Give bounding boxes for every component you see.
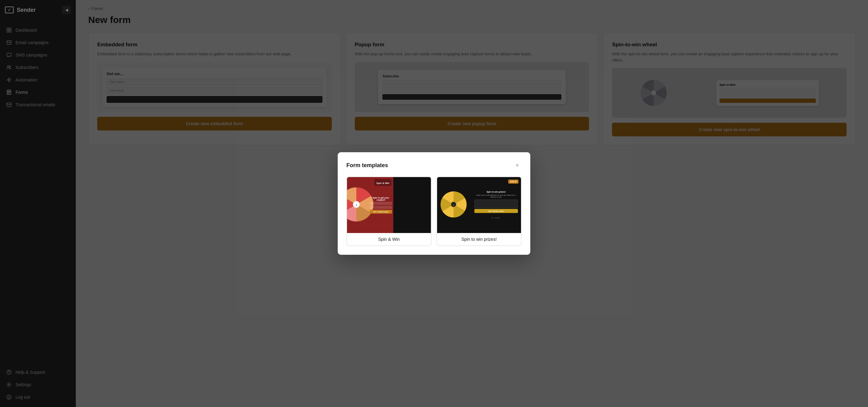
svg-text:●: ●: [453, 204, 454, 206]
template-label: Spin & Win: [347, 233, 431, 245]
modal-close-button[interactable]: ×: [513, 161, 522, 169]
template-label: Spin to win prizes!: [437, 233, 521, 245]
modal-title: Form templates: [346, 162, 388, 169]
modal-overlay[interactable]: Form templates × Spin & Win: [0, 0, 868, 407]
template-card-spin-win[interactable]: Spin & Win: [346, 177, 432, 246]
spin-prizes-preview: SALE: [437, 177, 521, 233]
svg-text:●: ●: [356, 204, 357, 206]
templates-grid: Spin & Win: [346, 177, 522, 246]
form-templates-modal: Form templates × Spin & Win: [338, 152, 530, 255]
template-card-spin-prizes[interactable]: SALE: [436, 177, 522, 246]
modal-header: Form templates ×: [346, 161, 522, 169]
spin-win-preview: Spin & Win: [347, 177, 431, 233]
